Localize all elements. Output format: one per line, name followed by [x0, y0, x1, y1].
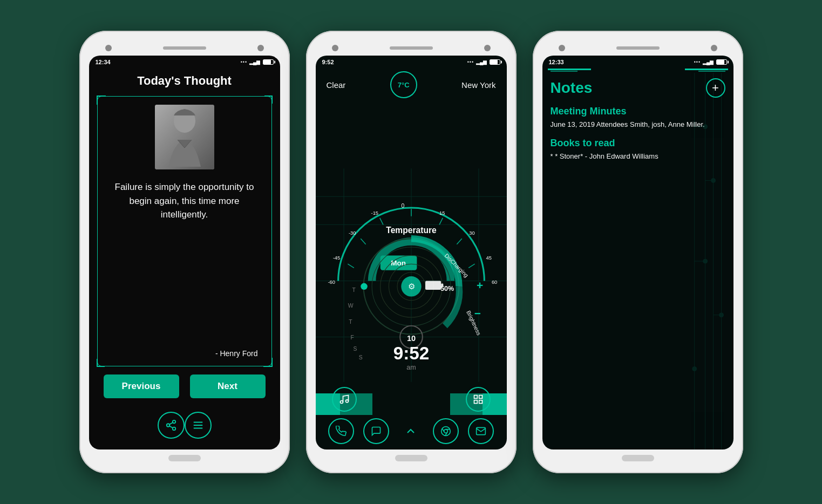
phone3-notch: [542, 40, 733, 56]
svg-point-68: [345, 400, 348, 403]
grid-btn[interactable]: [466, 387, 491, 412]
svg-point-81: [692, 366, 696, 371]
teal-line-4: [698, 71, 725, 72]
add-note-button[interactable]: +: [706, 78, 725, 98]
phone2-status-bar: 9:52 ••• ▂▄▆: [316, 56, 507, 69]
phone1-home-btn[interactable]: [168, 455, 201, 461]
phone2-bottom-icons: [316, 418, 507, 444]
svg-text:0: 0: [401, 203, 404, 209]
svg-text:-30: -30: [348, 230, 356, 236]
phone1-content: Today's Thought: [89, 69, 280, 449]
previous-button[interactable]: Previous: [104, 374, 179, 398]
svg-text:+: +: [476, 279, 483, 291]
phone1-signal-icon: ▂▄▆: [249, 59, 260, 65]
quote-text: Failure is simply the opportunity to beg…: [106, 180, 263, 341]
svg-line-20: [439, 218, 443, 224]
svg-text:−: −: [474, 307, 480, 319]
phone3-screen: 12:33 ••• ▂▄▆: [542, 56, 733, 449]
phone1-camera-right: [257, 45, 264, 51]
city-name: New York: [461, 80, 495, 90]
svg-text:10: 10: [406, 334, 415, 343]
menu-button[interactable]: [185, 412, 212, 439]
svg-text:50%: 50%: [440, 285, 454, 292]
svg-line-23: [348, 264, 354, 268]
weather-temp-badge: 7°C: [390, 71, 417, 98]
phone1-status-bar: 12:34 ••• ▂▄▆: [89, 56, 280, 69]
svg-point-79: [703, 259, 707, 263]
svg-rect-69: [474, 396, 477, 399]
phone2-dots-icon: •••: [467, 59, 474, 65]
svg-text:T: T: [352, 287, 356, 293]
svg-line-7: [169, 423, 172, 425]
phone3-home-btn[interactable]: [622, 455, 654, 461]
next-button[interactable]: Next: [190, 374, 266, 398]
phone3-content: Notes + Meeting Minutes June 13, 2019 At…: [542, 73, 733, 449]
weather-row: Clear 7°C New York: [316, 69, 507, 101]
svg-text:S: S: [358, 355, 362, 360]
svg-text:⚙: ⚙: [407, 282, 415, 291]
svg-text:-45: -45: [332, 255, 340, 261]
note1-heading: Meeting Minutes: [551, 106, 725, 117]
note-item-1[interactable]: Meeting Minutes June 13, 2019 Attendees …: [551, 106, 725, 130]
phone1-camera-left: [105, 45, 112, 51]
phone3-speaker: [616, 46, 660, 50]
phone2-screen: 9:52 ••• ▂▄▆ Clear 7°C New York: [316, 56, 507, 449]
phone3-signal-icon: ▂▄▆: [703, 59, 714, 65]
svg-text:Temperature: Temperature: [386, 226, 437, 235]
notes-title: Notes: [551, 79, 593, 97]
svg-text:15: 15: [439, 210, 445, 216]
phone1-notch: [89, 40, 280, 56]
phone2-time: 9:52: [322, 59, 334, 65]
svg-text:-60: -60: [328, 280, 335, 285]
svg-point-4: [166, 424, 169, 427]
phone2-music-row: [316, 387, 507, 412]
phone3-status-bar: 12:33 ••• ▂▄▆: [542, 56, 733, 69]
svg-point-80: [719, 313, 723, 317]
teal-line-3: [551, 71, 578, 72]
temperature-value: 7°C: [398, 81, 410, 89]
phone2: 9:52 ••• ▂▄▆ Clear 7°C New York: [306, 31, 517, 473]
phone3-teal-accents: [548, 69, 728, 73]
phone3-status-icons: ••• ▂▄▆: [694, 59, 727, 65]
svg-text:T: T: [349, 319, 352, 325]
phone3-battery-icon: [716, 59, 727, 65]
svg-point-50: [361, 283, 367, 290]
svg-line-21: [361, 239, 365, 244]
weather-condition: Clear: [327, 80, 346, 90]
email-btn[interactable]: [468, 418, 494, 444]
note1-body: June 13, 2019 Attendees Smith, josh, Ann…: [551, 120, 725, 130]
phone2-speaker: [390, 46, 433, 50]
phones-container: 12:34 ••• ▂▄▆ Today's Thought: [69, 20, 754, 484]
up-arrow-btn[interactable]: [398, 418, 424, 444]
phone3: 12:33 ••• ▂▄▆: [533, 31, 743, 473]
message-btn[interactable]: [363, 418, 389, 444]
phone1-screen: 12:34 ••• ▂▄▆ Today's Thought: [89, 56, 280, 449]
notes-header: Notes +: [551, 78, 725, 98]
phone-call-btn[interactable]: [328, 418, 354, 444]
share-button[interactable]: [158, 412, 185, 439]
phone1-speaker: [163, 46, 206, 50]
svg-line-24: [468, 264, 474, 268]
svg-line-6: [169, 426, 172, 428]
music-btn[interactable]: [332, 387, 357, 412]
note2-body: * * Stoner* - John Edward Williams: [551, 152, 725, 161]
chrome-btn[interactable]: [433, 418, 459, 444]
svg-rect-71: [479, 400, 482, 404]
phone2-home-btn[interactable]: [395, 455, 427, 461]
svg-point-3: [172, 420, 175, 424]
phone3-camera-left: [559, 45, 565, 51]
svg-text:W: W: [348, 303, 353, 309]
svg-text:am: am: [406, 364, 416, 371]
phone3-camera-right: [711, 45, 717, 51]
svg-point-78: [711, 178, 715, 182]
phone1-time: 12:34: [96, 59, 111, 65]
note-item-2[interactable]: Books to read * * Stoner* - John Edward …: [551, 138, 725, 161]
phone2-status-icons: ••• ▂▄▆: [467, 59, 500, 65]
author-photo: [155, 105, 214, 169]
svg-text:-15: -15: [371, 210, 378, 216]
thought-title: Today's Thought: [137, 74, 232, 88]
svg-text:45: 45: [486, 255, 491, 261]
phone3-time: 12:33: [549, 59, 564, 65]
phone2-content: 0 -15 15 -30 30 -45 45 -60 60 Temperatur…: [316, 101, 507, 449]
thought-card: Failure is simply the opportunity to beg…: [97, 96, 272, 366]
